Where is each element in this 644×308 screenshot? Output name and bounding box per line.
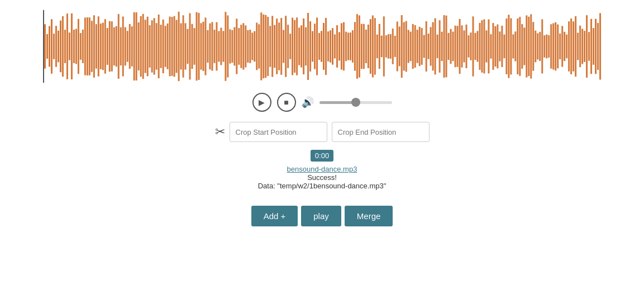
- action-buttons: Add + play Merge: [251, 206, 393, 226]
- success-message: Success!: [258, 173, 387, 182]
- volume-slider[interactable]: [319, 101, 392, 104]
- audio-controls: ▶ ■ 🔊: [252, 93, 392, 112]
- volume-icon: 🔊: [302, 96, 314, 108]
- stop-button[interactable]: ■: [277, 93, 296, 112]
- play-icon: ▶: [259, 98, 265, 107]
- merge-button[interactable]: Merge: [345, 206, 393, 226]
- filename[interactable]: bensound-dance.mp3: [258, 165, 387, 173]
- play-button[interactable]: ▶: [252, 93, 271, 112]
- time-badge: 0:00: [311, 142, 333, 162]
- crop-start-input[interactable]: [230, 122, 327, 142]
- crop-row: ✂: [215, 122, 430, 142]
- time-display: 0:00: [311, 150, 333, 162]
- stop-icon: ■: [284, 98, 288, 107]
- waveform-canvas: [44, 10, 602, 83]
- crop-end-input[interactable]: [332, 122, 430, 142]
- play-action-button[interactable]: play: [301, 206, 341, 226]
- file-info: bensound-dance.mp3 Success! Data: "temp/…: [258, 165, 387, 190]
- waveform: [43, 10, 602, 83]
- scissors-icon: ✂: [215, 125, 225, 139]
- data-path: Data: "temp/w2/1bensound-dance.mp3": [258, 182, 387, 190]
- add-button[interactable]: Add +: [251, 206, 298, 226]
